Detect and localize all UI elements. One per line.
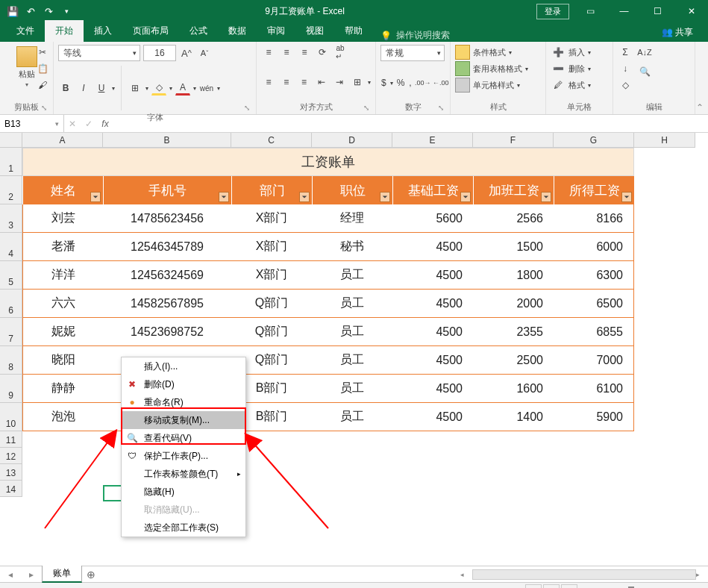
page-layout-view-icon[interactable]: ▤	[543, 584, 560, 589]
data-cell[interactable]: 14523698752	[103, 318, 231, 346]
increase-font-icon[interactable]: A^	[179, 46, 194, 60]
wrap-text-icon[interactable]: ab↵	[333, 45, 348, 60]
worksheet-grid[interactable]: ABCDEFGH 1234567891011121314 工资账单姓名手机号部门…	[0, 133, 708, 566]
row-header-2[interactable]: 2	[0, 176, 22, 204]
tab-view[interactable]: 视图	[295, 20, 334, 42]
filter-dropdown-icon[interactable]	[460, 192, 471, 202]
col-header-G[interactable]: G	[554, 133, 634, 148]
row-header-10[interactable]: 10	[0, 403, 22, 431]
data-cell[interactable]: 6500	[554, 290, 634, 318]
data-cell[interactable]: 妮妮	[22, 318, 103, 346]
data-cell[interactable]: 6855	[554, 318, 634, 346]
fill-icon[interactable]: ↓	[618, 61, 633, 76]
col-header-A[interactable]: A	[22, 133, 103, 148]
increase-decimal-icon[interactable]: .00→	[416, 75, 430, 90]
decrease-decimal-icon[interactable]: ←.00	[433, 75, 448, 90]
data-cell[interactable]: 4500	[392, 318, 473, 346]
data-cell[interactable]: 2000	[473, 290, 554, 318]
indent-left-icon[interactable]: ⇤	[314, 75, 329, 90]
data-cell[interactable]: Q部门	[231, 290, 312, 318]
format-table-button[interactable]: 套用表格格式▾	[455, 61, 541, 76]
clear-icon[interactable]: ◇	[618, 78, 633, 93]
border-icon[interactable]: ⊞	[128, 81, 142, 96]
font-color-icon[interactable]: A	[175, 81, 190, 96]
row-header-3[interactable]: 3	[0, 204, 22, 233]
qat-dropdown-icon[interactable]: ▾	[60, 4, 73, 18]
format-cells-button[interactable]: 🖉格式▾	[551, 78, 608, 93]
data-cell[interactable]: 1500	[473, 233, 554, 261]
tab-formula[interactable]: 公式	[179, 20, 218, 42]
data-cell[interactable]: 员工	[312, 346, 392, 375]
italic-icon[interactable]: I	[76, 81, 91, 96]
col-header-H[interactable]: H	[634, 133, 695, 148]
data-cell[interactable]: 1600	[473, 375, 554, 403]
data-cell[interactable]: 4500	[392, 375, 473, 403]
filter-dropdown-icon[interactable]	[621, 192, 632, 202]
ctx-select-all[interactable]: 选定全部工作表(S)	[122, 519, 245, 537]
col-header-E[interactable]: E	[392, 133, 473, 148]
table-header[interactable]: 姓名	[22, 176, 103, 204]
data-cell[interactable]: 4500	[392, 261, 473, 290]
autosum-icon[interactable]: Σ	[618, 45, 633, 60]
data-cell[interactable]: 泡泡	[22, 403, 103, 431]
page-break-view-icon[interactable]: ▥	[561, 584, 577, 589]
data-cell[interactable]: 2355	[473, 318, 554, 346]
col-header-F[interactable]: F	[473, 133, 554, 148]
table-header[interactable]: 职位	[312, 176, 392, 204]
data-cell[interactable]: 12546345789	[103, 233, 231, 261]
table-header[interactable]: 手机号	[103, 176, 231, 204]
data-cell[interactable]: 静静	[22, 375, 103, 403]
data-cell[interactable]: 8166	[554, 204, 634, 233]
align-left-icon[interactable]: ≡	[261, 75, 276, 90]
ctx-insert[interactable]: 插入(I)...	[122, 357, 245, 375]
sheet-tab[interactable]: 账单	[42, 566, 82, 583]
tell-me[interactable]: 💡 操作说明搜索	[373, 29, 457, 42]
data-cell[interactable]: 晓阳	[22, 346, 103, 375]
data-cell[interactable]: X部门	[231, 233, 312, 261]
col-header-D[interactable]: D	[312, 133, 392, 148]
data-cell[interactable]: 刘芸	[22, 204, 103, 233]
data-cell[interactable]: 4500	[392, 233, 473, 261]
data-cell[interactable]: X部门	[231, 261, 312, 290]
conditional-format-button[interactable]: 条件格式▾	[455, 45, 541, 60]
data-cell[interactable]: 2566	[473, 204, 554, 233]
data-cell[interactable]: 4500	[392, 290, 473, 318]
data-cell[interactable]: 员工	[312, 290, 392, 318]
row-header-4[interactable]: 4	[0, 233, 22, 261]
format-painter-icon[interactable]: 🖌	[35, 78, 50, 93]
align-center-icon[interactable]: ≡	[279, 75, 294, 90]
data-cell[interactable]: 秘书	[312, 233, 392, 261]
row-header-5[interactable]: 5	[0, 261, 22, 290]
data-cell[interactable]: 6300	[554, 261, 634, 290]
data-cell[interactable]: 六六	[22, 290, 103, 318]
ctx-move-copy[interactable]: 移动或复制(M)...	[122, 411, 245, 429]
data-cell[interactable]: 2500	[473, 346, 554, 375]
number-format-combo[interactable]: 常规▾	[380, 45, 445, 61]
ctx-view-code[interactable]: 🔍查看代码(V)	[122, 429, 245, 447]
tab-home[interactable]: 开始	[45, 20, 84, 42]
tab-help[interactable]: 帮助	[334, 20, 373, 42]
cut-icon[interactable]: ✂	[35, 45, 50, 60]
row-header-12[interactable]: 12	[0, 448, 22, 464]
minimize-button[interactable]: —	[607, 0, 641, 22]
filter-dropdown-icon[interactable]	[299, 192, 310, 202]
sort-filter-icon[interactable]: A↓Z	[637, 45, 652, 60]
save-icon[interactable]: 💾	[6, 4, 19, 18]
tab-insert[interactable]: 插入	[84, 20, 122, 42]
col-header-C[interactable]: C	[231, 133, 312, 148]
fill-color-icon[interactable]: ◇	[151, 81, 166, 96]
clipboard-launcher-icon[interactable]: ⤡	[41, 104, 50, 113]
ribbon-mode-icon[interactable]: ▭	[574, 0, 607, 22]
undo-icon[interactable]: ↶	[24, 4, 37, 18]
ctx-protect[interactable]: 🛡保护工作表(P)...	[122, 447, 245, 465]
currency-icon[interactable]: $	[380, 75, 387, 90]
data-cell[interactable]: 员工	[312, 375, 392, 403]
login-button[interactable]: 登录	[536, 4, 569, 19]
data-cell[interactable]: 洋洋	[22, 261, 103, 290]
sheet-nav[interactable]: ◂▸	[0, 569, 42, 580]
font-size-combo[interactable]: 16	[143, 45, 176, 61]
underline-icon[interactable]: U	[94, 81, 109, 96]
data-cell[interactable]: 7000	[554, 346, 634, 375]
comma-icon[interactable]: ,	[408, 75, 412, 90]
data-cell[interactable]: Q部门	[231, 318, 312, 346]
